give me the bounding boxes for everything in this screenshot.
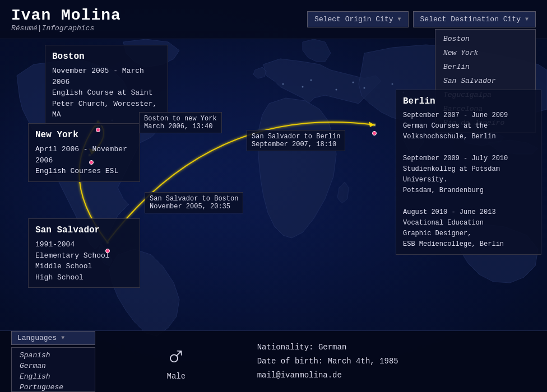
- header: Ivan Molina Résumé|Infographics Select O…: [0, 0, 547, 39]
- languages-list: Spanish German English Portuguese: [11, 347, 95, 392]
- berlin-dot: [372, 131, 377, 136]
- san-salvador-dot: [105, 249, 110, 253]
- destination-city-dropdown[interactable]: Select Destination City ▼: [413, 11, 536, 27]
- svg-point-10: [364, 87, 365, 89]
- berlin-info-box: Berlin September 2007 - June 2009 German…: [396, 90, 541, 255]
- nationality: Nationality: German: [257, 340, 536, 354]
- boston-city-name: Boston: [52, 50, 161, 63]
- berlin-city-name: Berlin: [403, 95, 534, 108]
- city-option-newyork[interactable]: New York: [435, 46, 535, 60]
- main-title: Ivan Molina: [11, 7, 307, 24]
- language-spanish[interactable]: Spanish: [12, 350, 95, 361]
- flight-ss-berlin-line1: San Salvador to Berlin: [252, 133, 340, 141]
- flight-ss-boston-line2: November 2005, 20:35: [150, 203, 238, 211]
- flight-ss-berlin-line2: September 2007, 18:10: [252, 141, 340, 148]
- languages-dropdown-button[interactable]: Languages ▼: [11, 331, 95, 345]
- svg-point-7: [310, 80, 312, 81]
- boston-dot: [96, 128, 100, 132]
- language-english[interactable]: English: [12, 371, 95, 382]
- svg-point-6: [302, 86, 304, 88]
- svg-point-5: [282, 83, 284, 85]
- flight-label-line2: March 2006, 13:40: [144, 123, 217, 130]
- new-york-info-text: April 2006 - November 2006 English Cours…: [35, 144, 133, 177]
- origin-dropdown-arrow: ▼: [398, 16, 401, 22]
- svg-point-9: [353, 82, 354, 83]
- new-york-dot: [89, 160, 94, 165]
- title-block: Ivan Molina Résumé|Infographics: [11, 7, 307, 32]
- gender-section: ♂ Male: [106, 343, 246, 381]
- destination-dropdown-arrow: ▼: [525, 16, 529, 22]
- languages-label: Languages: [17, 334, 57, 342]
- flight-label-line1: Boston to new York: [144, 115, 217, 123]
- san-salvador-info-box: San Salvador 1991-2004 Elementary School…: [28, 218, 140, 288]
- footer: Languages ▼ Spanish German English Portu…: [0, 330, 547, 392]
- languages-section: Languages ▼ Spanish German English Portu…: [11, 331, 95, 392]
- gender-symbol: ♂: [168, 343, 184, 371]
- destination-dropdown-wrapper: Select Destination City ▼ Boston New Yor…: [413, 11, 536, 27]
- berlin-info-text: September 2007 - June 2009 German Course…: [403, 110, 534, 250]
- svg-point-11: [392, 83, 393, 85]
- dropdowns-container: Select Origin City ▼ Select Destination …: [307, 11, 536, 27]
- flight-sansalvador-boston-label: San Salvador to Boston November 2005, 20…: [145, 192, 243, 213]
- languages-arrow-icon: ▼: [61, 335, 64, 341]
- flight-ss-boston-line1: San Salvador to Boston: [150, 195, 238, 203]
- flight-boston-newyork-label: Boston to new York March 2006, 13:40: [139, 112, 222, 133]
- svg-point-8: [336, 89, 337, 91]
- san-salvador-city-name: San Salvador: [35, 223, 133, 237]
- email: mail@ivanmolina.de: [257, 368, 536, 382]
- flight-sansalvador-berlin-label: San Salvador to Berlin September 2007, 1…: [247, 130, 345, 151]
- gender-label: Male: [167, 372, 186, 381]
- subtitle: Résumé|Infographics: [11, 24, 307, 32]
- new-york-city-name: New York: [35, 128, 133, 142]
- new-york-info-box: New York April 2006 - November 2006 Engl…: [28, 123, 140, 182]
- svg-point-4: [373, 124, 376, 126]
- city-option-berlin[interactable]: Berlin: [435, 60, 535, 74]
- origin-city-dropdown[interactable]: Select Origin City ▼: [307, 11, 408, 27]
- san-salvador-info-text: 1991-2004 Elementary School Middle Schoo…: [35, 239, 133, 283]
- date-of-birth: Date of birth: March 4th, 1985: [257, 354, 536, 368]
- city-option-sansalvador[interactable]: San Salvador: [435, 74, 535, 88]
- personal-info-section: Nationality: German Date of birth: March…: [257, 340, 536, 383]
- language-german[interactable]: German: [12, 361, 95, 371]
- city-option-boston[interactable]: Boston: [435, 32, 535, 46]
- language-portuguese[interactable]: Portuguese: [12, 382, 95, 392]
